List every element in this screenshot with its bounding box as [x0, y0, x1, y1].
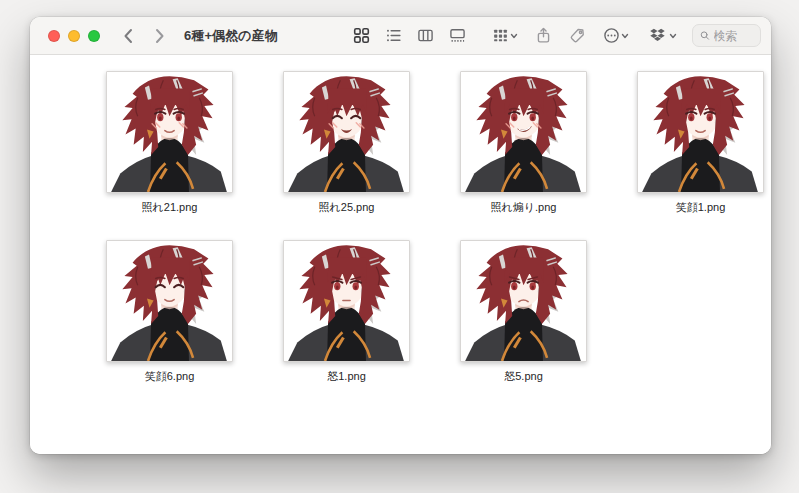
share-icon: [535, 27, 552, 44]
file-item[interactable]: 照れ25.png: [283, 71, 410, 214]
dropbox-icon: [649, 28, 666, 43]
file-thumbnail[interactable]: [106, 240, 233, 362]
gallery-view-icon: [449, 27, 466, 44]
close-button[interactable]: [48, 30, 60, 42]
folder-content[interactable]: 照れ21.png 照れ25.png: [30, 55, 771, 454]
file-name-label[interactable]: 笑顔6.png: [145, 370, 195, 383]
file-thumbnail[interactable]: [637, 71, 764, 193]
icon-view-button[interactable]: [350, 24, 373, 47]
file-name-label[interactable]: 照れ21.png: [142, 201, 198, 214]
file-thumbnail[interactable]: [106, 71, 233, 193]
file-item[interactable]: 照れ煽り.png: [460, 71, 587, 214]
file-item[interactable]: 怒5.png: [460, 240, 587, 383]
search-icon: [700, 29, 710, 42]
gallery-view-button[interactable]: [446, 24, 469, 47]
icon-view-icon: [353, 27, 370, 44]
file-thumbnail[interactable]: [283, 240, 410, 362]
chevron-left-icon: [123, 28, 133, 44]
toolbar: 6種+偶然の産物: [30, 17, 771, 55]
file-item[interactable]: 怒1.png: [283, 240, 410, 383]
traffic-lights: [48, 30, 100, 42]
chevron-down-icon: [510, 32, 518, 40]
chevron-down-icon: [621, 32, 629, 40]
zoom-button[interactable]: [88, 30, 100, 42]
chevron-down-icon: [669, 32, 677, 40]
list-view-icon: [385, 27, 402, 44]
column-view-button[interactable]: [414, 24, 437, 47]
forward-button[interactable]: [152, 25, 168, 47]
column-view-icon: [417, 27, 434, 44]
file-name-label[interactable]: 照れ煽り.png: [491, 201, 557, 214]
search-input[interactable]: [714, 29, 753, 43]
tag-icon: [569, 27, 586, 44]
chevron-right-icon: [155, 28, 165, 44]
file-name-label[interactable]: 照れ25.png: [319, 201, 375, 214]
group-by-button[interactable]: [489, 24, 521, 47]
file-item[interactable]: 照れ21.png: [106, 71, 233, 214]
minimize-button[interactable]: [68, 30, 80, 42]
file-name-label[interactable]: 怒5.png: [504, 370, 543, 383]
file-item[interactable]: 笑顔1.png: [637, 71, 764, 214]
nav-buttons: [120, 25, 168, 47]
group-by-icon: [492, 27, 509, 44]
file-thumbnail[interactable]: [283, 71, 410, 193]
tags-button[interactable]: [566, 24, 589, 47]
finder-window: 6種+偶然の産物: [30, 17, 771, 454]
file-name-label[interactable]: 怒1.png: [327, 370, 366, 383]
file-thumbnail[interactable]: [460, 240, 587, 362]
file-item[interactable]: 笑顔6.png: [106, 240, 233, 383]
toolbar-actions: [489, 24, 632, 47]
window-title: 6種+偶然の産物: [184, 27, 278, 45]
search-field[interactable]: [692, 24, 761, 47]
share-button[interactable]: [532, 24, 555, 47]
file-name-label[interactable]: 笑顔1.png: [676, 201, 726, 214]
list-view-button[interactable]: [382, 24, 405, 47]
file-thumbnail[interactable]: [460, 71, 587, 193]
more-icon: [603, 27, 620, 44]
file-grid: 照れ21.png 照れ25.png: [30, 55, 771, 383]
back-button[interactable]: [120, 25, 136, 47]
view-switcher: [350, 24, 469, 47]
more-actions-button[interactable]: [600, 24, 632, 47]
dropbox-button[interactable]: [646, 25, 680, 46]
